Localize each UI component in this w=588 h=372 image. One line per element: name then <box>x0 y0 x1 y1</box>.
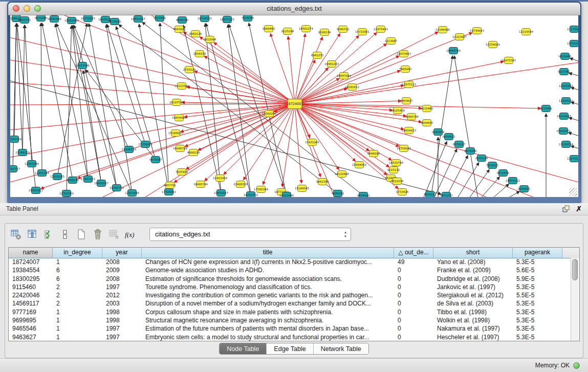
column-header-in_degree[interactable]: in_degree <box>53 248 102 258</box>
graph-node[interactable]: 7932621 <box>486 162 499 169</box>
graph-node[interactable]: 18495784 <box>193 181 208 188</box>
graph-node[interactable]: 18495786 <box>404 114 419 120</box>
graph-node[interactable]: 8405571 <box>18 17 31 24</box>
table-row[interactable]: 1872400712008Changes of HCN gene express… <box>9 258 571 266</box>
cell-year[interactable]: 1997 <box>102 283 142 291</box>
column-header-year[interactable]: year <box>102 248 142 258</box>
cell-short[interactable]: Jankovic et al. (1997) <box>433 283 513 291</box>
table-scrollbar[interactable] <box>571 258 579 341</box>
graph-node[interactable]: 10958107 <box>214 190 228 196</box>
graph-node[interactable]: 2573600 <box>108 18 121 25</box>
graph-edge[interactable] <box>496 191 519 197</box>
cell-in_degree[interactable]: 6 <box>53 275 102 283</box>
graph-node[interactable]: 12923448 <box>125 190 139 196</box>
graph-edge[interactable] <box>297 106 355 161</box>
cell-short[interactable]: Franke et al. (2009) <box>433 266 513 274</box>
graph-node[interactable]: 8466160 <box>176 17 189 24</box>
graph-node[interactable]: 8198134 <box>318 29 331 36</box>
graph-node[interactable]: 16671355 <box>220 16 234 23</box>
cell-year[interactable]: 2003 <box>102 299 142 308</box>
graph-edge[interactable] <box>10 104 292 130</box>
graph-node[interactable]: 15892971 <box>556 128 571 135</box>
graph-node[interactable]: 8996090 <box>367 150 380 157</box>
resize-grip[interactable] <box>569 188 577 196</box>
graph-node[interactable]: 15722801 <box>355 29 369 35</box>
graph-node[interactable]: 16654923 <box>402 127 416 134</box>
graph-node[interactable]: 16120486 <box>335 171 349 178</box>
graph-node[interactable]: 12681094 <box>25 161 39 167</box>
cell-year[interactable]: 2008 <box>102 275 142 283</box>
graph-edge[interactable] <box>475 177 499 197</box>
close-button[interactable] <box>13 5 19 12</box>
graph-node[interactable]: 9989493 <box>263 26 275 32</box>
graph-edge[interactable] <box>297 105 389 167</box>
column-header-short[interactable]: short <box>433 248 513 258</box>
graph-node[interactable]: 1733426 <box>396 189 409 195</box>
close-panel-icon[interactable]: ✗ <box>576 205 582 213</box>
graph-node[interactable]: 8125294 <box>281 28 294 35</box>
tab-network-table[interactable]: Network Table <box>313 343 368 354</box>
cell-in_degree[interactable]: 1 <box>53 316 102 324</box>
tab-edge-table[interactable]: Edge Table <box>266 343 313 354</box>
cell-out_de[interactable]: 0 <box>394 308 433 316</box>
column-header-name[interactable]: name <box>9 248 53 258</box>
cell-name[interactable]: 9777169 <box>9 308 53 316</box>
graph-node[interactable]: 7522254 <box>391 178 404 185</box>
graph-node[interactable]: 10654112 <box>506 178 520 184</box>
window-titlebar[interactable]: citations_edges.txt <box>8 3 580 15</box>
graph-edge[interactable] <box>298 33 472 103</box>
graph-hub-node[interactable]: 18724007 <box>286 99 303 109</box>
graph-node[interactable]: 12975115 <box>402 81 416 88</box>
graph-edge[interactable] <box>10 104 292 159</box>
delete-table-icon[interactable] <box>107 228 120 241</box>
graph-node[interactable]: 15431945 <box>305 139 319 146</box>
graph-edge[interactable] <box>298 89 347 103</box>
graph-node[interactable]: 16107534 <box>169 99 184 106</box>
graph-node[interactable]: 12475493 <box>374 26 388 33</box>
graph-node[interactable]: 15494950 <box>352 162 366 168</box>
graph-edge[interactable] <box>454 56 479 197</box>
graph-node[interactable]: 15184545 <box>295 185 309 192</box>
graph-node[interactable]: 9474444 <box>464 148 477 155</box>
cell-year[interactable]: 1998 <box>102 316 142 324</box>
cell-pagerank[interactable]: 5.3E-5 <box>513 308 562 316</box>
graph-node[interactable]: 16654985 <box>172 115 186 121</box>
graph-edge[interactable] <box>51 15 292 103</box>
table-row[interactable]: 946554611997Estimation of the future num… <box>9 324 571 333</box>
cell-out_de[interactable]: 49 <box>394 258 433 266</box>
table-row[interactable]: 1456911722003Disruption of a novel membe… <box>9 299 571 308</box>
table-row[interactable]: 1938455462009Genome-wide association stu… <box>9 266 571 274</box>
graph-edge[interactable] <box>298 104 541 108</box>
graph-node[interactable]: 16752759 <box>244 192 258 198</box>
graph-node[interactable]: 8960128 <box>189 31 202 37</box>
cell-out_de[interactable]: 0 <box>394 316 433 324</box>
cell-name[interactable]: 18300295 <box>9 275 53 283</box>
cell-short[interactable]: Nakamura et al. (1997) <box>433 324 513 333</box>
graph-node[interactable]: 10647094 <box>337 73 351 79</box>
delete-columns-icon[interactable] <box>91 228 104 241</box>
graph-node[interactable]: 16161612 <box>345 84 359 91</box>
cell-title[interactable]: Genome-wide association studies in ADHD. <box>142 266 394 274</box>
graph-node[interactable]: 11451194 <box>35 170 49 177</box>
graph-node[interactable]: 8215958 <box>540 105 553 112</box>
graph-node[interactable]: 20053346 <box>75 62 90 69</box>
function-builder-icon[interactable]: f(x) <box>124 228 137 241</box>
row-view-icon[interactable] <box>58 228 71 241</box>
graph-node[interactable]: 20501051 <box>29 187 43 194</box>
select-columns-icon[interactable] <box>42 228 55 241</box>
cell-in_degree[interactable]: 1 <box>53 324 102 333</box>
graph-node[interactable]: 6379197 <box>453 141 466 148</box>
graph-edge[interactable] <box>205 24 221 190</box>
graph-edge[interactable] <box>571 146 578 151</box>
graph-node[interactable]: 12444158 <box>559 98 573 104</box>
graph-edge[interactable] <box>297 56 399 102</box>
table-row[interactable]: 969969511998Structural magnetic resonanc… <box>9 316 571 324</box>
cell-name[interactable]: 19384554 <box>9 266 53 274</box>
graph-node[interactable]: 7485063 <box>399 66 412 73</box>
graph-node[interactable]: 16756928 <box>397 145 411 152</box>
cell-in_degree[interactable]: 2 <box>53 283 102 291</box>
cell-out_de[interactable]: 0 <box>394 275 433 283</box>
cell-pagerank[interactable]: 5.3E-5 <box>513 258 562 266</box>
graph-node[interactable]: 19734933 <box>470 28 484 34</box>
graph-node[interactable]: 20206526 <box>122 146 136 153</box>
